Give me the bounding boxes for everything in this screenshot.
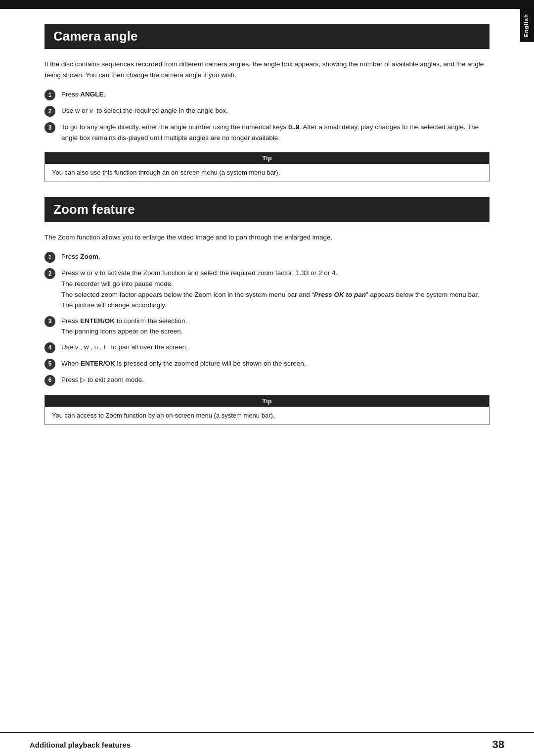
zoom-feature-section: Zoom feature The Zoom function allows yo… [44,197,490,425]
zoom-step-6-content: Press ▷ to exit zoom mode. [61,375,490,385]
zoom-step-3: 3 Press ENTER/OK to confirm the selectio… [44,316,490,337]
camera-step-2: 2 Use w or v to select the required angl… [44,105,490,117]
footer-left-text: Additional playback features [30,741,131,749]
step-num-2: 2 [44,106,55,117]
zoom-feature-tip-header: Tip [45,395,489,407]
zoom-step-num-5: 5 [44,359,55,370]
zoom-step-5: 5 When ENTER/OK is pressed only the zoom… [44,358,490,370]
zoom-step-num-4: 4 [44,342,55,353]
camera-angle-intro: If the disc contains sequences recorded … [44,59,490,80]
zoom-feature-tip-box: Tip You can access to Zoom function by a… [44,395,490,425]
zoom-step-1: 1 Press Zoom. [44,251,490,263]
step-2-content: Use w or v to select the required angle … [61,105,490,116]
camera-angle-heading: Camera angle [44,24,490,49]
zoom-step-4-content: Use v , w , u , t to pan all over the sc… [61,342,490,353]
zoom-step-6: 6 Press ▷ to exit zoom mode. [44,375,490,386]
zoom-step-4: 4 Use v , w , u , t to pan all over the … [44,342,490,353]
step-3-content: To go to any angle directly, enter the a… [61,122,490,143]
camera-angle-tip-header: Tip [45,152,489,164]
zoom-step-num-3: 3 [44,316,55,327]
camera-step-3: 3 To go to any angle directly, enter the… [44,122,490,143]
zoom-step-num-1: 1 [44,252,55,263]
footer: Additional playback features 38 [0,732,534,756]
main-content: Camera angle If the disc contains sequen… [15,9,519,470]
zoom-feature-tip-body: You can access to Zoom function by an on… [45,407,489,425]
camera-angle-tip-body: You can also use this function through a… [45,164,489,182]
zoom-step-5-content: When ENTER/OK is pressed only the zoomed… [61,358,490,369]
camera-angle-section: Camera angle If the disc contains sequen… [44,24,490,182]
camera-step-1: 1 Press ANGLE. [44,89,490,100]
zoom-step-2: 2 Press w or v to activate the Zoom func… [44,268,490,310]
zoom-step-1-content: Press Zoom. [61,251,490,262]
zoom-feature-intro: The Zoom function allows you to enlarge … [44,232,490,243]
step-1-content: Press ANGLE. [61,89,490,100]
camera-angle-tip-box: Tip You can also use this function throu… [44,152,490,182]
zoom-step-num-6: 6 [44,375,55,386]
zoom-feature-heading: Zoom feature [44,197,490,222]
zoom-step-num-2: 2 [44,268,55,279]
zoom-step-3-content: Press ENTER/OK to confirm the selection.… [61,316,490,337]
side-tab-english: English [520,9,534,42]
zoom-step-2-content: Press w or v to activate the Zoom functi… [61,268,490,310]
top-bar [0,0,534,9]
step-num-1: 1 [44,90,55,100]
step-num-3: 3 [44,122,55,133]
footer-page-number: 38 [492,738,504,751]
zoom-feature-steps: 1 Press Zoom. 2 Press w or v to activate… [44,251,490,386]
camera-angle-steps: 1 Press ANGLE. 2 Use w or v to select th… [44,89,490,143]
